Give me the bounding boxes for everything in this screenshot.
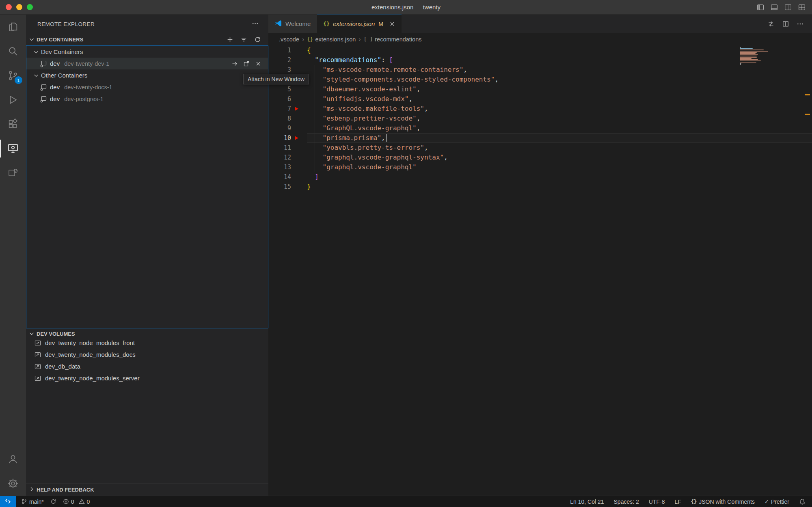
remove-container-icon[interactable] — [255, 60, 261, 67]
accounts-icon[interactable] — [0, 447, 26, 471]
close-icon[interactable] — [389, 21, 395, 27]
toggle-primary-sidebar-icon[interactable] — [757, 4, 764, 11]
container-item-dev-postgres-1[interactable]: devdev-postgres-1 — [26, 93, 268, 105]
remote-indicator[interactable] — [0, 496, 16, 507]
customize-layout-icon[interactable] — [798, 4, 806, 11]
tab-extensions-json[interactable]: {}extensions.jsonM — [317, 15, 402, 33]
container-icon — [40, 84, 47, 91]
line-number: 6 — [268, 94, 291, 104]
json-braces-icon: {} — [323, 21, 330, 27]
more-actions-icon[interactable] — [797, 20, 804, 28]
chevron-down-icon — [33, 49, 39, 55]
line-number: 13 — [268, 162, 291, 172]
json-braces-icon: {} — [307, 36, 313, 42]
volume-item-dev-db-data[interactable]: dev_db_data — [26, 360, 268, 372]
code-line-10[interactable]: 10 "prisma.prisma", — [268, 133, 812, 143]
new-container-icon[interactable] — [227, 36, 233, 43]
code-text: "ms-vscode-remote.remote-containers", — [307, 65, 467, 75]
breadcrumb-recommendations[interactable]: [ ]recommendations — [364, 36, 422, 43]
close-window-button[interactable] — [6, 4, 12, 10]
code-line-3[interactable]: 3 "ms-vscode-remote.remote-containers", — [268, 65, 812, 75]
code-line-5[interactable]: 5 "dbaeumer.vscode-eslint", — [268, 84, 812, 94]
code-line-2[interactable]: 2 "recommendations": [ — [268, 55, 812, 65]
toggle-secondary-sidebar-icon[interactable] — [784, 4, 792, 11]
tab-welcome[interactable]: Welcome — [268, 15, 317, 33]
minimize-window-button[interactable] — [16, 4, 22, 10]
encoding[interactable]: UTF-8 — [649, 498, 665, 505]
tab-bar: Welcome{}extensions.jsonM — [268, 15, 812, 33]
container-item-dev-twenty-dev-1[interactable]: devdev-twenty-dev-1 — [26, 58, 268, 69]
breadcrumb-extensions-json[interactable]: {}extensions.json — [307, 36, 356, 43]
code-line-8[interactable]: 8 "esbenp.prettier-vscode", — [268, 114, 812, 123]
code-line-11[interactable]: 11 "yoavbls.pretty-ts-errors", — [268, 143, 812, 153]
more-actions-icon[interactable] — [252, 20, 259, 28]
container-description: dev-twenty-docs-1 — [64, 84, 112, 91]
minimap-line — [740, 50, 764, 50]
tree-group-dev-containers[interactable]: Dev Containers — [26, 46, 268, 58]
sync-changes-button[interactable] — [50, 498, 56, 505]
help-and-feedback-section-header[interactable]: HELP AND FEEDBACK — [26, 483, 268, 496]
attach-new-window-icon[interactable] — [243, 60, 250, 67]
formatter-indicator[interactable]: ✓ Prettier — [764, 498, 789, 505]
problems-indicator[interactable]: 0 0 — [63, 498, 90, 505]
volume-item-dev-twenty-node-modules-front[interactable]: dev_twenty_node_modules_front — [26, 337, 268, 349]
split-editor-icon[interactable] — [782, 20, 789, 28]
volume-item-dev-twenty-node-modules-docs[interactable]: dev_twenty_node_modules_docs — [26, 349, 268, 360]
container-item-dev-twenty-docs-1[interactable]: devdev-twenty-docs-1 — [26, 81, 268, 93]
dev-volumes-section-header[interactable]: DEV VOLUMES — [26, 330, 268, 337]
code-line-4[interactable]: 4 "styled-components.vscode-styled-compo… — [268, 75, 812, 84]
volume-icon — [34, 351, 41, 358]
search-icon[interactable] — [0, 39, 26, 63]
refresh-icon[interactable] — [254, 36, 261, 43]
run-debug-icon[interactable] — [0, 88, 26, 112]
language-label: JSON with Comments — [699, 498, 755, 505]
dev-volumes-list: dev_twenty_node_modules_frontdev_twenty_… — [26, 337, 268, 384]
zoom-window-button[interactable] — [27, 4, 33, 10]
settings-gear-icon[interactable] — [0, 471, 26, 496]
overview-ruler-marker[interactable] — [805, 114, 810, 115]
code-text: "esbenp.prettier-vscode", — [307, 114, 420, 123]
volume-item-dev-twenty-node-modules-server[interactable]: dev_twenty_node_modules_server — [26, 372, 268, 384]
overview-ruler-marker[interactable] — [805, 94, 810, 95]
code-line-1[interactable]: 1{ — [268, 45, 812, 55]
dev-containers-section-header[interactable]: DEV CONTAINERS — [26, 33, 268, 45]
code-line-13[interactable]: 13 "graphql.vscode-graphql" — [268, 162, 812, 172]
cursor-position[interactable]: Ln 10, Col 21 — [570, 498, 604, 505]
eol-sequence[interactable]: LF — [674, 498, 681, 505]
code-text: "GraphQL.vscode-graphql", — [307, 123, 420, 133]
breadcrumb-label: recommendations — [375, 36, 421, 43]
remote-explorer-icon[interactable] — [0, 136, 26, 161]
gutter-spacer — [291, 172, 307, 182]
code-line-15[interactable]: 15} — [268, 182, 812, 192]
tree-group-other-containers[interactable]: Other Containers — [26, 69, 268, 81]
extensions-icon[interactable] — [0, 112, 26, 136]
dev-containers-icon[interactable] — [0, 161, 26, 185]
breadcrumb-vscode[interactable]: .vscode — [279, 36, 299, 43]
volume-icon — [34, 363, 41, 370]
volume-label: dev_twenty_node_modules_docs — [45, 351, 136, 358]
line-number: 11 — [268, 143, 291, 153]
attach-shell-icon[interactable] — [231, 60, 238, 67]
code-line-6[interactable]: 6 "unifiedjs.vscode-mdx", — [268, 94, 812, 104]
code-text: { — [307, 45, 311, 55]
indentation[interactable]: Spaces: 2 — [614, 498, 639, 505]
language-mode[interactable]: {} JSON with Comments — [691, 498, 755, 505]
sidebar-header: REMOTE EXPLORER — [26, 15, 268, 33]
notifications-bell[interactable] — [799, 498, 806, 505]
open-changes-icon[interactable] — [767, 20, 775, 28]
minimap-line — [740, 51, 768, 52]
code-editor[interactable]: 1{2 "recommendations": [3 "ms-vscode-rem… — [268, 45, 812, 496]
explorer-icon[interactable] — [0, 15, 26, 39]
filter-list-icon[interactable] — [240, 36, 247, 43]
toggle-panel-icon[interactable] — [771, 4, 778, 11]
code-line-9[interactable]: 9 "GraphQL.vscode-graphql", — [268, 123, 812, 133]
editor-actions — [767, 15, 812, 33]
code-line-12[interactable]: 12 "graphql.vscode-graphql-syntax", — [268, 153, 812, 162]
git-branch-indicator[interactable]: main* — [21, 498, 44, 505]
source-control-icon[interactable]: 1 — [0, 63, 26, 88]
minimap[interactable] — [740, 47, 768, 65]
code-line-7[interactable]: 7 "ms-vscode.makefile-tools", — [268, 104, 812, 114]
chevron-down-icon — [33, 72, 39, 79]
code-line-14[interactable]: 14 ] — [268, 172, 812, 182]
tab-label: Welcome — [285, 20, 311, 27]
